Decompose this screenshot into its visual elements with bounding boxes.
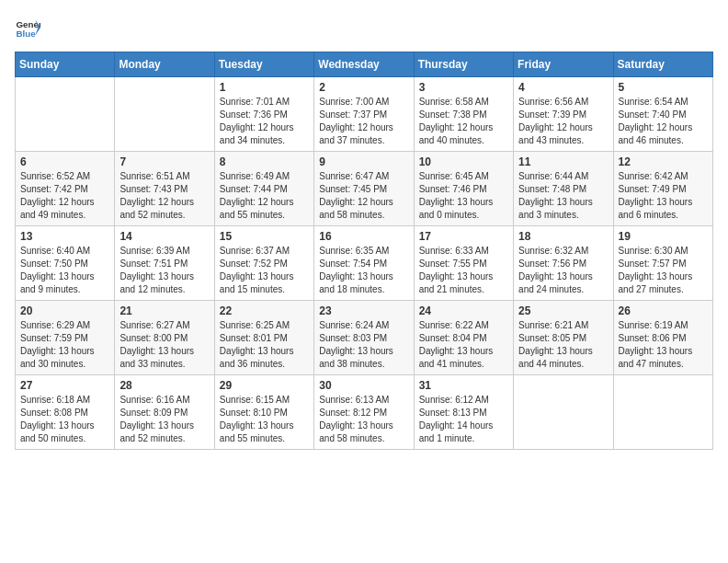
day-info: Sunrise: 6:37 AM Sunset: 7:52 PM Dayligh…: [220, 245, 309, 296]
calendar-cell: 16Sunrise: 6:35 AM Sunset: 7:54 PM Dayli…: [314, 226, 414, 301]
day-info: Sunrise: 6:45 AM Sunset: 7:46 PM Dayligh…: [419, 170, 508, 222]
calendar-cell: 5Sunrise: 6:54 AM Sunset: 7:40 PM Daylig…: [613, 77, 712, 152]
day-number: 10: [419, 155, 508, 168]
day-number: 6: [20, 155, 109, 168]
day-info: Sunrise: 6:30 AM Sunset: 7:57 PM Dayligh…: [619, 245, 708, 296]
day-info: Sunrise: 6:49 AM Sunset: 7:44 PM Dayligh…: [220, 170, 309, 222]
day-number: 27: [20, 379, 109, 392]
calendar-cell: 24Sunrise: 6:22 AM Sunset: 8:04 PM Dayli…: [414, 301, 513, 375]
logo: General Blue: [15, 15, 44, 40]
calendar-cell: 18Sunrise: 6:32 AM Sunset: 7:56 PM Dayli…: [514, 226, 613, 301]
calendar-cell: 6Sunrise: 6:52 AM Sunset: 7:42 PM Daylig…: [16, 152, 115, 226]
day-number: 13: [20, 230, 109, 243]
weekday-header-monday: Monday: [115, 52, 214, 77]
day-number: 21: [119, 304, 209, 317]
day-number: 16: [319, 230, 408, 243]
calendar-body: 1Sunrise: 7:01 AM Sunset: 7:36 PM Daylig…: [16, 77, 713, 450]
day-info: Sunrise: 6:27 AM Sunset: 8:00 PM Dayligh…: [119, 319, 209, 371]
weekday-header-sunday: Sunday: [16, 52, 115, 77]
calendar-cell: 30Sunrise: 6:13 AM Sunset: 8:12 PM Dayli…: [314, 375, 414, 450]
page-header: General Blue: [15, 15, 713, 40]
calendar-cell: 17Sunrise: 6:33 AM Sunset: 7:55 PM Dayli…: [414, 226, 513, 301]
day-number: 18: [518, 230, 608, 243]
day-info: Sunrise: 6:21 AM Sunset: 8:05 PM Dayligh…: [518, 319, 608, 371]
day-info: Sunrise: 6:42 AM Sunset: 7:49 PM Dayligh…: [619, 170, 708, 222]
logo-icon: General Blue: [15, 15, 40, 40]
calendar-cell: 27Sunrise: 6:18 AM Sunset: 8:08 PM Dayli…: [16, 375, 115, 450]
calendar-cell: 20Sunrise: 6:29 AM Sunset: 7:59 PM Dayli…: [16, 301, 115, 375]
calendar-cell: [16, 77, 115, 152]
day-number: 12: [619, 155, 708, 168]
day-number: 29: [220, 379, 309, 392]
day-number: 17: [419, 230, 508, 243]
calendar-cell: 11Sunrise: 6:44 AM Sunset: 7:48 PM Dayli…: [514, 152, 613, 226]
day-number: 3: [419, 81, 508, 94]
week-row-5: 27Sunrise: 6:18 AM Sunset: 8:08 PM Dayli…: [16, 375, 713, 450]
calendar-cell: 21Sunrise: 6:27 AM Sunset: 8:00 PM Dayli…: [115, 301, 214, 375]
day-number: 20: [20, 304, 109, 317]
calendar-cell: 8Sunrise: 6:49 AM Sunset: 7:44 PM Daylig…: [214, 152, 313, 226]
calendar-cell: 1Sunrise: 7:01 AM Sunset: 7:36 PM Daylig…: [214, 77, 313, 152]
day-info: Sunrise: 6:32 AM Sunset: 7:56 PM Dayligh…: [518, 245, 608, 296]
day-number: 4: [518, 81, 608, 94]
day-info: Sunrise: 6:22 AM Sunset: 8:04 PM Dayligh…: [419, 319, 508, 371]
day-number: 9: [319, 155, 408, 168]
day-info: Sunrise: 6:12 AM Sunset: 8:13 PM Dayligh…: [419, 394, 508, 445]
day-number: 7: [119, 155, 209, 168]
day-number: 23: [319, 304, 408, 317]
day-number: 31: [419, 379, 508, 392]
calendar-cell: 9Sunrise: 6:47 AM Sunset: 7:45 PM Daylig…: [314, 152, 414, 226]
day-info: Sunrise: 6:51 AM Sunset: 7:43 PM Dayligh…: [119, 170, 209, 222]
calendar-cell: 15Sunrise: 6:37 AM Sunset: 7:52 PM Dayli…: [214, 226, 313, 301]
calendar-cell: 12Sunrise: 6:42 AM Sunset: 7:49 PM Dayli…: [613, 152, 712, 226]
svg-text:Blue: Blue: [16, 29, 36, 39]
week-row-3: 13Sunrise: 6:40 AM Sunset: 7:50 PM Dayli…: [16, 226, 713, 301]
calendar-cell: 31Sunrise: 6:12 AM Sunset: 8:13 PM Dayli…: [414, 375, 513, 450]
calendar-cell: [514, 375, 613, 450]
weekday-header-row: SundayMondayTuesdayWednesdayThursdayFrid…: [16, 52, 713, 77]
day-info: Sunrise: 7:00 AM Sunset: 7:37 PM Dayligh…: [319, 96, 408, 147]
day-number: 28: [119, 379, 209, 392]
week-row-2: 6Sunrise: 6:52 AM Sunset: 7:42 PM Daylig…: [16, 152, 713, 226]
day-info: Sunrise: 6:33 AM Sunset: 7:55 PM Dayligh…: [419, 245, 508, 296]
day-number: 8: [220, 155, 309, 168]
calendar-cell: 28Sunrise: 6:16 AM Sunset: 8:09 PM Dayli…: [115, 375, 214, 450]
weekday-header-friday: Friday: [514, 52, 613, 77]
day-info: Sunrise: 6:54 AM Sunset: 7:40 PM Dayligh…: [619, 96, 708, 147]
weekday-header-saturday: Saturday: [613, 52, 712, 77]
day-info: Sunrise: 6:44 AM Sunset: 7:48 PM Dayligh…: [518, 170, 608, 222]
week-row-1: 1Sunrise: 7:01 AM Sunset: 7:36 PM Daylig…: [16, 77, 713, 152]
day-number: 24: [419, 304, 508, 317]
calendar-cell: 26Sunrise: 6:19 AM Sunset: 8:06 PM Dayli…: [613, 301, 712, 375]
calendar-cell: [613, 375, 712, 450]
weekday-header-wednesday: Wednesday: [314, 52, 414, 77]
day-info: Sunrise: 6:16 AM Sunset: 8:09 PM Dayligh…: [119, 394, 209, 445]
day-number: 11: [518, 155, 608, 168]
day-number: 14: [119, 230, 209, 243]
day-info: Sunrise: 6:29 AM Sunset: 7:59 PM Dayligh…: [20, 319, 109, 371]
day-info: Sunrise: 7:01 AM Sunset: 7:36 PM Dayligh…: [220, 96, 309, 147]
day-info: Sunrise: 6:39 AM Sunset: 7:51 PM Dayligh…: [119, 245, 209, 296]
day-info: Sunrise: 6:19 AM Sunset: 8:06 PM Dayligh…: [619, 319, 708, 371]
day-info: Sunrise: 6:15 AM Sunset: 8:10 PM Dayligh…: [220, 394, 309, 445]
day-number: 2: [319, 81, 408, 94]
calendar-cell: 25Sunrise: 6:21 AM Sunset: 8:05 PM Dayli…: [514, 301, 613, 375]
calendar-cell: 22Sunrise: 6:25 AM Sunset: 8:01 PM Dayli…: [214, 301, 313, 375]
calendar-table: SundayMondayTuesdayWednesdayThursdayFrid…: [15, 52, 713, 450]
calendar-cell: 2Sunrise: 7:00 AM Sunset: 7:37 PM Daylig…: [314, 77, 414, 152]
day-info: Sunrise: 6:56 AM Sunset: 7:39 PM Dayligh…: [518, 96, 608, 147]
day-number: 30: [319, 379, 408, 392]
calendar-cell: [115, 77, 214, 152]
weekday-header-thursday: Thursday: [414, 52, 513, 77]
day-info: Sunrise: 6:40 AM Sunset: 7:50 PM Dayligh…: [20, 245, 109, 296]
day-info: Sunrise: 6:24 AM Sunset: 8:03 PM Dayligh…: [319, 319, 408, 371]
day-number: 22: [220, 304, 309, 317]
calendar-cell: 29Sunrise: 6:15 AM Sunset: 8:10 PM Dayli…: [214, 375, 313, 450]
calendar-cell: 3Sunrise: 6:58 AM Sunset: 7:38 PM Daylig…: [414, 77, 513, 152]
day-number: 15: [220, 230, 309, 243]
calendar-header: SundayMondayTuesdayWednesdayThursdayFrid…: [16, 52, 713, 77]
day-number: 25: [518, 304, 608, 317]
day-info: Sunrise: 6:35 AM Sunset: 7:54 PM Dayligh…: [319, 245, 408, 296]
day-info: Sunrise: 6:18 AM Sunset: 8:08 PM Dayligh…: [20, 394, 109, 445]
day-number: 5: [619, 81, 708, 94]
